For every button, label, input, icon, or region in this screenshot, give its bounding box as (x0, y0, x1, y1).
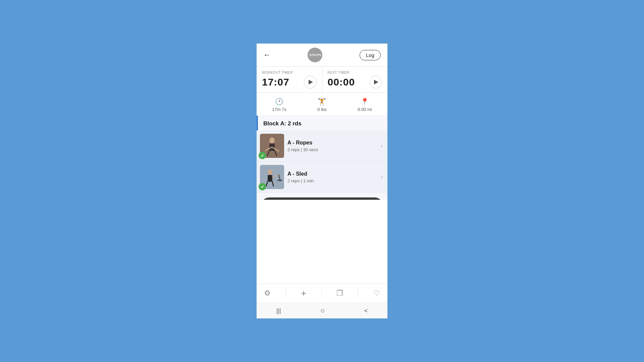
rest-timer-block: REST TIMER 00:00 (322, 67, 388, 93)
exercise-item-ropes[interactable]: ✓ A - Ropes 2 reps | 30 secs › (257, 130, 387, 162)
android-home-button[interactable]: ○ (320, 306, 325, 315)
svg-point-1 (269, 137, 275, 143)
workout-timer-value: 17:07 (262, 76, 289, 88)
location-icon: 📍 (361, 98, 369, 106)
add-icon[interactable]: + (301, 288, 306, 299)
avatar: 375×375 (308, 48, 322, 62)
time-stat: 🕐 17m 7s (272, 98, 286, 112)
bottom-nav: ⚙ + ❐ ♡ (257, 284, 387, 303)
weight-stat: 🏋 0 lbs (317, 98, 326, 112)
android-back-button[interactable]: < (364, 307, 368, 314)
exercise-item-sled[interactable]: ✓ A - Sled 2 reps | 1 min › (257, 162, 387, 193)
time-stat-value: 17m 7s (272, 107, 286, 112)
distance-stat-value: 0.00 mi (358, 107, 372, 112)
distance-stat: 📍 0.00 mi (358, 98, 372, 112)
app-header: ← 375×375 Log (257, 44, 387, 66)
svg-rect-12 (277, 180, 282, 181)
stats-row: 🕐 17m 7s 🏋 0 lbs 📍 0.00 mi (257, 93, 387, 116)
timer-section: WORKOUT TIMER 17:07 REST TIMER 00:00 (257, 66, 387, 93)
rest-timer-play-button[interactable] (369, 76, 382, 88)
clock-icon: 🕐 (275, 98, 283, 106)
exercise-info-sled: A - Sled 2 reps | 1 min (284, 171, 381, 183)
play-icon (374, 80, 378, 84)
chevron-right-icon: › (381, 142, 383, 149)
rest-timer-label: REST TIMER (328, 71, 382, 74)
svg-point-8 (268, 170, 272, 175)
heart-icon[interactable]: ♡ (373, 289, 380, 298)
workout-timer-label: WORKOUT TIMER (262, 71, 317, 74)
android-nav: ||| ○ < (257, 303, 387, 318)
rest-timer-value: 00:00 (328, 76, 355, 88)
settings-icon[interactable]: ⚙ (264, 289, 271, 298)
clipboard-icon[interactable]: ❐ (336, 289, 343, 298)
back-button[interactable]: ← (263, 51, 271, 59)
completed-badge-sled: ✓ (259, 183, 266, 190)
workout-timer-block: WORKOUT TIMER 17:07 (257, 67, 322, 93)
exercise-detail-ropes: 2 reps | 30 secs (287, 147, 377, 152)
nav-divider-1 (286, 289, 286, 297)
log-header-button[interactable]: Log (360, 50, 381, 60)
nav-divider-3 (358, 289, 358, 297)
exercise-detail-sled: 2 reps | 1 min (287, 178, 377, 183)
chevron-right-icon: › (381, 174, 383, 181)
weight-stat-value: 0 lbs (317, 107, 326, 112)
block-title: Block A: 2 rds (257, 116, 387, 130)
play-icon (309, 80, 313, 84)
exercise-info-ropes: A - Ropes 2 reps | 30 secs (284, 140, 381, 152)
exercise-name-sled: A - Sled (287, 171, 377, 177)
dumbbell-icon: 🏋 (318, 98, 326, 106)
nav-divider-2 (321, 289, 322, 297)
svg-rect-9 (268, 175, 272, 182)
exercise-name-ropes: A - Ropes (287, 140, 377, 146)
android-menu-button[interactable]: ||| (276, 307, 281, 314)
completed-badge-ropes: ✓ (259, 152, 266, 159)
content-filler (257, 200, 387, 284)
workout-timer-play-button[interactable] (304, 76, 317, 88)
block-section: Block A: 2 rds (257, 116, 387, 200)
